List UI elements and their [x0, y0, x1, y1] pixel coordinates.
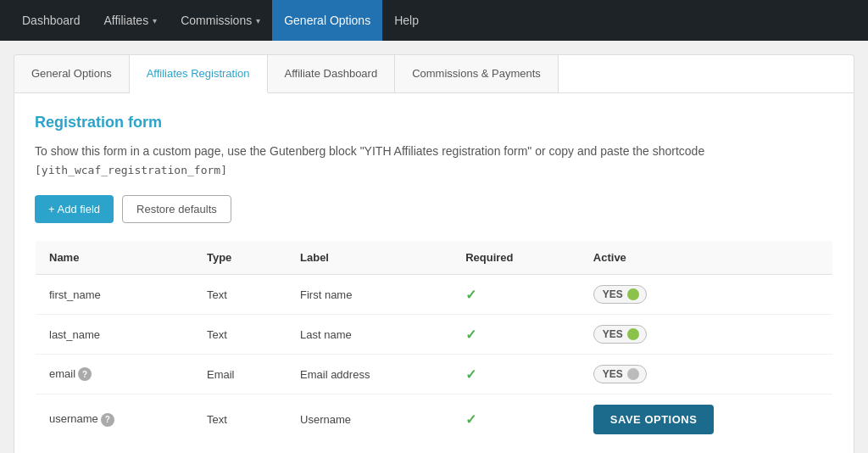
cell-required: ✓	[452, 394, 580, 445]
cell-type: Text	[193, 394, 287, 445]
cell-required: ✓	[452, 275, 580, 315]
active-toggle[interactable]: YES	[593, 365, 647, 383]
table-row: username?TextUsername✓SAVE OPTIONS	[36, 394, 833, 445]
cell-active: YES	[580, 355, 833, 394]
toggle-dot	[627, 328, 639, 340]
cell-active: YES	[580, 315, 833, 355]
active-toggle[interactable]: YES	[593, 285, 647, 304]
col-header-name: Name	[36, 241, 193, 275]
nav-general-options[interactable]: General Options	[272, 0, 382, 41]
section-description: To show this form in a custom page, use …	[35, 142, 833, 180]
cell-label: Username	[287, 394, 452, 445]
table-row: email?EmailEmail address✓YES	[36, 355, 833, 394]
toggle-dot	[627, 368, 639, 380]
cell-type: Text	[193, 275, 287, 315]
toggle-dot	[627, 288, 639, 300]
cell-required: ✓	[452, 355, 580, 394]
top-navigation: Dashboard Affiliates ▾ Commissions ▾ Gen…	[0, 0, 868, 41]
required-check-icon: ✓	[465, 367, 476, 382]
section-title: Registration form	[35, 114, 833, 131]
nav-dashboard[interactable]: Dashboard	[10, 0, 92, 41]
main-content: General Options Affiliates Registration …	[0, 41, 868, 453]
cell-active: SAVE OPTIONS	[580, 394, 833, 445]
required-check-icon: ✓	[465, 327, 476, 342]
required-check-icon: ✓	[465, 412, 476, 427]
cell-name: last_name	[36, 315, 193, 355]
cell-label: Last name	[287, 315, 452, 355]
nav-commissions[interactable]: Commissions ▾	[169, 0, 272, 41]
cell-name: first_name	[36, 275, 193, 315]
cell-name: email?	[36, 355, 193, 394]
add-field-button[interactable]: + Add field	[35, 195, 114, 223]
col-header-label: Label	[287, 241, 452, 275]
cell-name: username?	[36, 394, 193, 445]
restore-defaults-button[interactable]: Restore defaults	[122, 195, 231, 223]
panel-content: Registration form To show this form in a…	[14, 92, 854, 453]
tab-general-options[interactable]: General Options	[14, 55, 130, 92]
col-header-required: Required	[452, 241, 580, 275]
table-row: first_nameTextFirst name✓YES	[36, 275, 833, 315]
help-icon[interactable]: ?	[101, 413, 114, 427]
nav-help[interactable]: Help	[382, 0, 431, 41]
affiliates-chevron-icon: ▾	[153, 16, 157, 25]
cell-label: First name	[287, 275, 452, 315]
nav-affiliates[interactable]: Affiliates ▾	[92, 0, 170, 41]
col-header-active: Active	[580, 241, 833, 275]
table-header-row: Name Type Label Required Active	[36, 241, 833, 275]
save-options-button[interactable]: SAVE OPTIONS	[593, 405, 715, 434]
required-check-icon: ✓	[465, 288, 476, 302]
cell-active: YES	[580, 275, 833, 315]
tab-bar: General Options Affiliates Registration …	[14, 54, 854, 92]
fields-table: Name Type Label Required Active first_na…	[35, 240, 833, 445]
cell-type: Email	[193, 355, 287, 394]
action-buttons: + Add field Restore defaults	[35, 195, 833, 223]
tab-commissions-payments[interactable]: Commissions & Payments	[395, 55, 559, 92]
cell-required: ✓	[452, 315, 580, 355]
cell-type: Text	[193, 315, 287, 355]
active-toggle[interactable]: YES	[593, 325, 647, 344]
tab-affiliates-registration[interactable]: Affiliates Registration	[130, 55, 268, 93]
table-row: last_nameTextLast name✓YES	[36, 315, 833, 355]
commissions-chevron-icon: ▾	[256, 16, 260, 25]
cell-label: Email address	[287, 355, 452, 394]
col-header-type: Type	[193, 241, 287, 275]
tab-affiliate-dashboard[interactable]: Affiliate Dashboard	[268, 55, 396, 92]
shortcode-text: [yith_wcaf_registration_form]	[35, 164, 227, 176]
help-icon[interactable]: ?	[78, 367, 92, 381]
